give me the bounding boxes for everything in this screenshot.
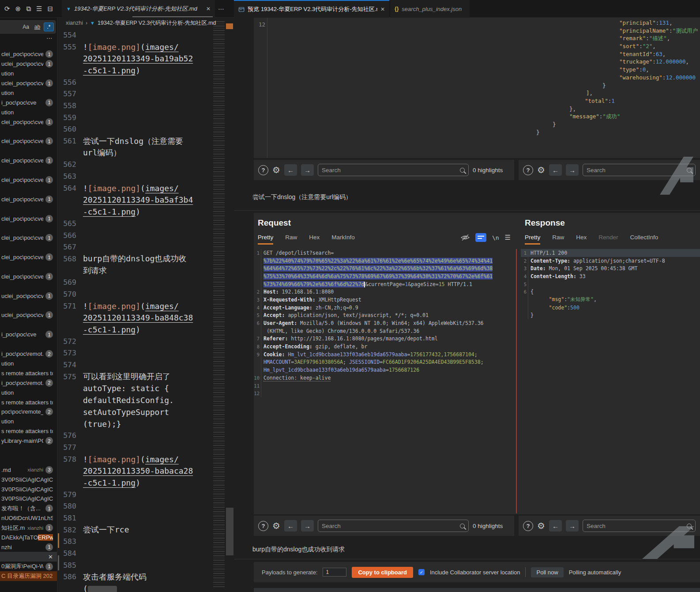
whole-word-button[interactable]: ab [32,23,42,31]
search-result-row[interactable]: clei_poc\poc\cve1 [0,117,57,127]
http-line: 2Host: 192.168.16.1:8080 [254,288,515,296]
editor-code-row: 581 [58,512,211,524]
search-result-row[interactable]: nUO6tDcnUW1nLhS8... [0,513,57,523]
search-result-row[interactable] [0,320,57,330]
search-result-row[interactable] [0,146,57,156]
search-result-row[interactable] [0,127,57,136]
search-result-row[interactable]: clei_poc\poc\cve1 [0,136,57,146]
preview-paragraph: burp自带的dnslog也成功收到请求 [252,546,345,554]
search-result-row[interactable]: i_poc\poc\remot...2 [0,378,57,388]
search-result-row[interactable]: ution [0,359,57,369]
search-result-row[interactable]: 发布啦！（含...1 [0,504,57,513]
json-line: "message":"成功" [267,113,700,121]
search-result-row[interactable] [0,281,57,291]
search-result-row[interactable]: 3V0PSIiCiAgICAgICA... [0,475,57,484]
search-result-row[interactable]: 0漏洞库\PeiQi-WI...1 [0,562,57,571]
tab-markdown-source[interactable]: ▼ 19342-华夏ERP V2.3代码审计分析-先知社区.md ✕ [62,0,215,18]
search-result-row[interactable]: i_poc\poc\cve1 [0,98,57,107]
search-result-label: ution [1,70,53,77]
search-result-row[interactable]: clei_poc\poc\cve1 [0,175,57,185]
search-result-row[interactable]: s remote attackers to... [0,368,57,378]
search-result-label: .md [1,467,25,473]
close-icon[interactable]: ✕ [206,6,211,12]
search-result-row[interactable]: clei_poc\poc\cve1 [0,233,57,243]
editor-scrollbar[interactable] [226,508,233,555]
match-case-button[interactable]: Aa [21,23,31,31]
search-result-row[interactable]: ution [0,417,57,426]
close-icon[interactable]: ✕ [380,6,385,12]
code-segment: ( [140,455,145,464]
tab-json-file[interactable]: {} search_plus_index.json [390,0,470,18]
minimap[interactable] [213,21,225,588]
search-result-row[interactable]: clei_poc\poc\cve1 [0,194,57,204]
code-segment: , [667,35,670,41]
search-input[interactable]: Aa ab .* [0,20,56,34]
breadcrumb-folder[interactable]: xianzhi [66,20,83,26]
search-result-row[interactable]: nzhi1 [0,542,57,552]
search-result-row[interactable] [0,243,57,253]
search-result-row[interactable] [0,262,57,272]
magnifier-icon [460,168,465,173]
search-result-row[interactable]: s remote attackers to... [0,397,57,407]
search-result-row[interactable]: .mdxianzhi3 [0,465,57,475]
search-result-row[interactable] [0,185,57,194]
code-segment: , [669,19,673,26]
search-result-row[interactable]: s remote attackers to... [0,426,57,436]
search-result-row[interactable]: poc\poc\remote_c...2 [0,407,57,417]
breadcrumb-file[interactable]: 19342-华夏ERP V2.3代码审计分析-先知社区.md [98,19,216,27]
search-result-row[interactable] [0,223,57,233]
clear-search-results-icon[interactable]: ⊗ [15,5,21,13]
editor-pane[interactable]: xianzhi › ▼ 19342-华夏ERP V2.3代码审计分析-先知社区.… [58,18,234,592]
search-more-icon[interactable]: ⋯ [46,34,53,41]
search-input: Search [318,164,469,176]
search-result-row[interactable]: ution [0,69,57,79]
search-result-row[interactable] [0,446,57,456]
dismiss-result-icon[interactable]: ✕ [48,554,53,560]
collapse-all-icon[interactable]: ⊟ [47,5,53,13]
checkbox-checked-icon: ✓ [418,569,425,575]
search-result-row[interactable] [0,204,57,214]
search-result-row[interactable]: uclei_poc\poc\cve1 [0,59,57,69]
search-result-row[interactable]: clei_poc\poc\cve1 [0,253,57,262]
line-number: 3 [521,264,528,272]
search-result-row[interactable]: uclei_poc\poc\cve1 [0,310,57,320]
regex-button[interactable]: .* [44,23,54,31]
search-result-row[interactable]: 知社区.mdxianzhi1 [0,523,57,533]
code-segment: ], [586,90,593,96]
search-result-row[interactable]: 3V0PSIiCiAgICAgICA... [0,484,57,494]
search-result-row[interactable] [0,339,57,349]
tabstrip-scrollbar[interactable] [132,16,213,17]
search-result-row[interactable]: i_poc\poc\cve1 [0,330,57,339]
search-result-row[interactable]: uclei_poc\poc\cve1 [0,291,57,301]
search-result-row[interactable]: C 目录遍历漏洞 2021... [0,571,57,581]
search-result-row[interactable] [0,301,57,310]
search-result-row[interactable]: uclei_poc\poc\cve1 [0,79,57,88]
search-result-row[interactable]: ution [0,107,57,117]
editor-code-area[interactable]: 554555![image.png](images/20251120113349… [58,29,211,592]
refresh-icon[interactable]: ⟳ [4,5,10,13]
search-result-label: 发布啦！（含... [1,505,43,513]
search-result-row[interactable]: yLibrary-main\PO...2 [0,436,57,446]
search-result-row[interactable]: 3V0PSIiCiAgICAgICA... [0,494,57,504]
search-result-row[interactable]: ution [0,388,57,397]
http-line: 1HTTP/1.1 200 [521,249,700,257]
search-result-row[interactable]: ✕ [0,552,57,562]
tab-markdown-preview[interactable]: 预览 19342-华夏ERP V2.3代码审计分析-先知社区.md ✕ [234,0,389,18]
breadcrumb[interactable]: xianzhi › ▼ 19342-华夏ERP V2.3代码审计分析-先知社区.… [58,18,234,28]
search-match-highlight: ERPwpd... [38,534,53,541]
search-result-row[interactable]: clei_poc\poc\cve1 [0,271,57,281]
search-result-row[interactable] [0,581,57,591]
open-new-search-editor-icon[interactable]: ⧉ [26,5,31,13]
http-line: "code":500 [521,304,700,312]
search-result-row[interactable]: DAEkkAjTaTOERPwpd... [0,533,57,543]
search-result-row[interactable]: clei_poc\poc\cve1 [0,214,57,223]
search-result-row[interactable]: i_poc\poc\remot...2 [0,349,57,359]
search-result-row[interactable]: clei_poc\poc\cve1 [0,49,57,59]
search-result-row[interactable]: clei_poc\poc\cve1 [0,156,57,166]
view-as-list-icon[interactable]: ☰ [36,5,42,13]
search-result-row[interactable] [0,455,57,465]
search-result-row[interactable] [0,166,57,175]
search-view-actions: ⟳⊗⧉☰⊟ [0,0,57,18]
tab-actions-more-icon[interactable]: ⋯ [218,5,224,12]
search-result-row[interactable]: ution [0,88,57,98]
